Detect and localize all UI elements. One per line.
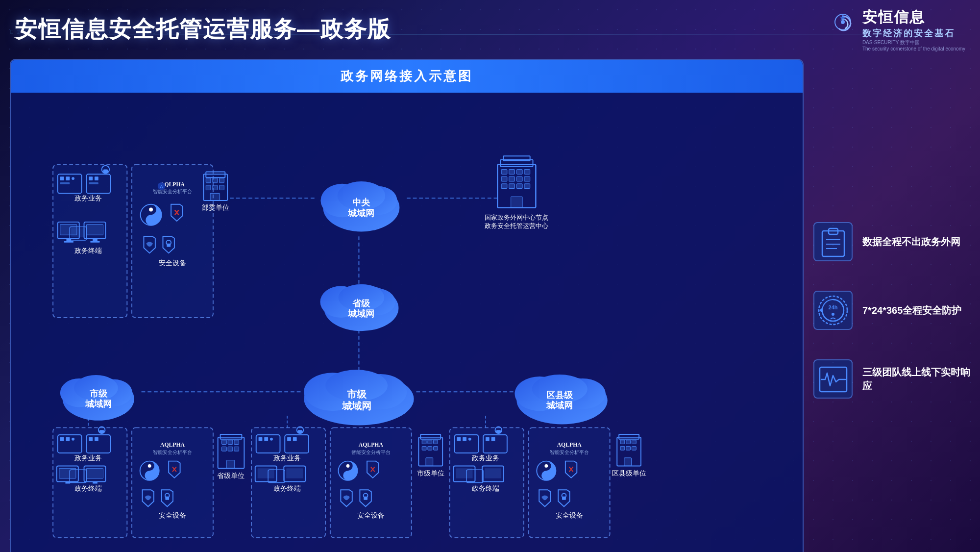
- svg-rect-51: [220, 185, 224, 190]
- svg-rect-31: [71, 228, 85, 237]
- diagram-title: 政务网络接入示意图: [11, 60, 803, 93]
- diagram-body: 政务业务 政务终端 AQLPHA: [11, 93, 803, 552]
- svg-rect-207: [620, 446, 625, 450]
- svg-point-220: [819, 296, 847, 325]
- svg-text:安全设备: 安全设备: [159, 259, 186, 267]
- svg-rect-50: [213, 185, 218, 190]
- svg-rect-208: [626, 446, 631, 450]
- svg-rect-66: [524, 170, 530, 175]
- svg-rect-172: [428, 446, 432, 450]
- svg-rect-179: [463, 437, 466, 441]
- svg-rect-200: [562, 497, 566, 500]
- data-network-icon-box: [813, 222, 853, 261]
- svg-text:城域网: 城域网: [85, 399, 112, 409]
- svg-rect-137: [234, 447, 239, 451]
- svg-rect-178: [457, 437, 461, 441]
- svg-rect-25: [64, 241, 74, 243]
- svg-rect-209: [632, 446, 636, 450]
- svg-rect-185: [496, 430, 501, 433]
- svg-text:智能安全分析平台: 智能安全分析平台: [153, 189, 192, 194]
- svg-text:市级: 市级: [90, 388, 108, 399]
- svg-text:政务业务: 政务业务: [273, 454, 301, 462]
- svg-rect-205: [626, 440, 631, 444]
- svg-text:A: A: [160, 184, 163, 189]
- svg-rect-63: [501, 170, 507, 175]
- svg-rect-18: [89, 182, 98, 184]
- svg-text:安全设备: 安全设备: [556, 512, 583, 519]
- svg-text:城域网: 城域网: [347, 208, 374, 218]
- svg-text:区县级: 区县级: [546, 390, 573, 400]
- svg-point-162: [346, 474, 350, 477]
- svg-rect-42: [167, 244, 171, 247]
- clock24-icon: 24h: [817, 295, 849, 326]
- svg-text:中央: 中央: [352, 198, 370, 207]
- svg-rect-210: [624, 458, 632, 466]
- svg-rect-138: [226, 460, 235, 469]
- 24h-icon-box: 24h: [813, 291, 853, 330]
- logo-svg-icon: [816, 12, 855, 47]
- svg-rect-154: [286, 468, 303, 478]
- svg-rect-133: [228, 440, 233, 445]
- svg-rect-65: [516, 170, 522, 175]
- svg-rect-132: [221, 440, 226, 445]
- three-tier-text: 三级团队线上线下实时响应: [862, 365, 970, 393]
- logo-text-group: 安恒信息 数字经济的安全基石 DAS-SECURITY 数字中国 The sec…: [862, 7, 965, 51]
- logo-company-name: 安恒信息: [862, 7, 965, 27]
- svg-point-161: [346, 464, 350, 468]
- svg-text:安全设备: 安全设备: [357, 512, 385, 519]
- svg-rect-105: [66, 437, 70, 441]
- svg-rect-69: [516, 176, 522, 181]
- svg-rect-146: [287, 437, 291, 441]
- svg-text:政务终端: 政务终端: [74, 247, 102, 254]
- svg-rect-46: [206, 178, 211, 183]
- svg-rect-143: [264, 437, 268, 441]
- svg-point-180: [468, 438, 471, 441]
- svg-point-106: [72, 438, 74, 441]
- svg-rect-11: [60, 176, 64, 180]
- svg-rect-73: [516, 184, 522, 189]
- svg-text:市级单位: 市级单位: [417, 470, 444, 477]
- svg-rect-176: [450, 427, 524, 537]
- svg-point-224: [832, 313, 834, 316]
- svg-rect-169: [428, 440, 432, 444]
- svg-text:国家政务外网中心节点: 国家政务外网中心节点: [485, 214, 548, 221]
- svg-rect-109: [95, 437, 98, 441]
- svg-text:AQLPHA: AQLPHA: [557, 442, 582, 448]
- svg-rect-104: [60, 437, 64, 441]
- svg-text:安全设备: 安全设备: [159, 512, 186, 519]
- heartbeat-icon: [817, 363, 849, 395]
- protection-text: 7*24*365全程安全防护: [862, 303, 961, 317]
- svg-rect-204: [620, 440, 625, 444]
- svg-rect-118: [93, 482, 98, 484]
- svg-rect-190: [485, 468, 501, 478]
- svg-text:城域网: 城域网: [347, 309, 374, 319]
- svg-text:政务终端: 政务终端: [74, 485, 102, 492]
- svg-rect-117: [86, 468, 103, 478]
- svg-rect-49: [206, 185, 211, 190]
- header: 安恒信息安全托管运营服务—政务版 安恒信息 数字经济的安全基石 DAS-SECU…: [0, 0, 980, 56]
- svg-rect-136: [228, 447, 233, 451]
- svg-rect-164: [364, 497, 368, 500]
- svg-text:省级: 省级: [352, 299, 370, 308]
- svg-point-126: [148, 474, 151, 477]
- svg-rect-20: [103, 170, 108, 174]
- svg-text:区县级单位: 区县级单位: [612, 470, 646, 477]
- logo-tagline: 数字经济的安全基石: [862, 27, 965, 39]
- svg-text:市级: 市级: [347, 389, 367, 400]
- svg-rect-29: [90, 241, 100, 243]
- svg-rect-102: [53, 427, 127, 537]
- svg-text:城域网: 城域网: [342, 401, 371, 411]
- svg-text:城域网: 城域网: [546, 401, 573, 410]
- svg-rect-67: [501, 176, 507, 181]
- svg-text:政务终端: 政务终端: [472, 485, 499, 492]
- svg-rect-13: [60, 182, 70, 184]
- svg-rect-28: [93, 239, 98, 241]
- main-content: 政务网络接入示意图: [10, 59, 970, 552]
- svg-text:智能安全分析平台: 智能安全分析平台: [153, 450, 192, 455]
- svg-text:政务业务: 政务业务: [74, 454, 102, 462]
- svg-point-198: [544, 474, 548, 477]
- svg-rect-142: [259, 437, 263, 441]
- svg-rect-52: [210, 193, 220, 201]
- svg-rect-174: [426, 458, 433, 466]
- svg-text:政务终端: 政务终端: [273, 485, 301, 492]
